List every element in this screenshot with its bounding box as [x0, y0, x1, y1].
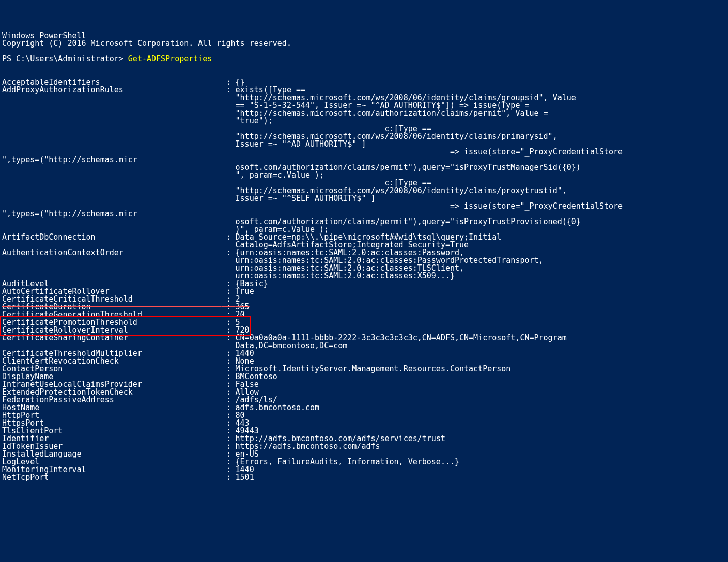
- prop-value: => issue(store="_ProxyCredentialStore: [236, 147, 623, 157]
- prop-value: => issue(store="_ProxyCredentialStore: [236, 201, 623, 211]
- prop-value: "http://schemas.microsoft.com/authorizat…: [236, 108, 548, 118]
- prop-value: 1501: [236, 473, 254, 482]
- prop-value: {Errors, FailureAudits, Information, Ver…: [236, 457, 459, 466]
- command: Get-ADFSProperties: [128, 54, 212, 64]
- terminal-output[interactable]: Windows PowerShell Copyright (C) 2016 Mi…: [2, 32, 726, 481]
- prop-value: adfs.bmcontoso.com: [236, 403, 320, 412]
- prop-key: NetTcpPort: [2, 473, 221, 482]
- prompt: PS C:\Users\Administrator>: [2, 54, 128, 64]
- prop-value: urn:oasis:names:tc:SAML:2.0:ac:classes:X…: [236, 271, 455, 280]
- copyright: Copyright (C) 2016 Microsoft Corporation…: [2, 39, 291, 48]
